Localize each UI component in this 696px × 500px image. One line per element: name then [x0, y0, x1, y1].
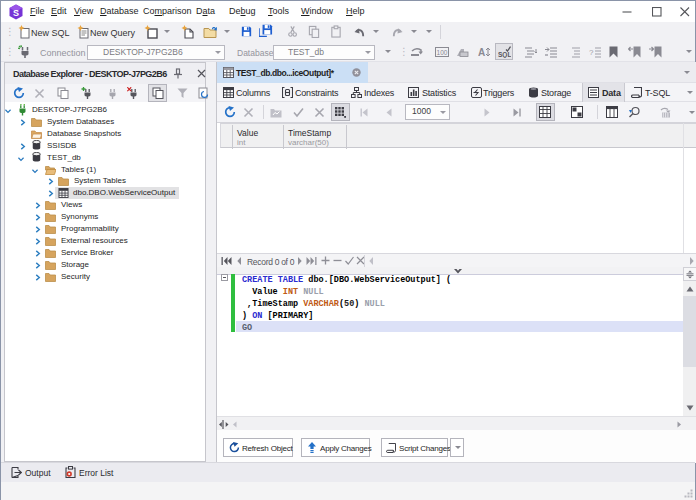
- svg-text:SQL: SQL: [498, 51, 511, 59]
- svg-text:S: S: [13, 8, 19, 18]
- svg-text:?: ?: [589, 48, 594, 57]
- svg-text:A: A: [478, 47, 485, 58]
- svg-text:100: 100: [437, 49, 448, 56]
